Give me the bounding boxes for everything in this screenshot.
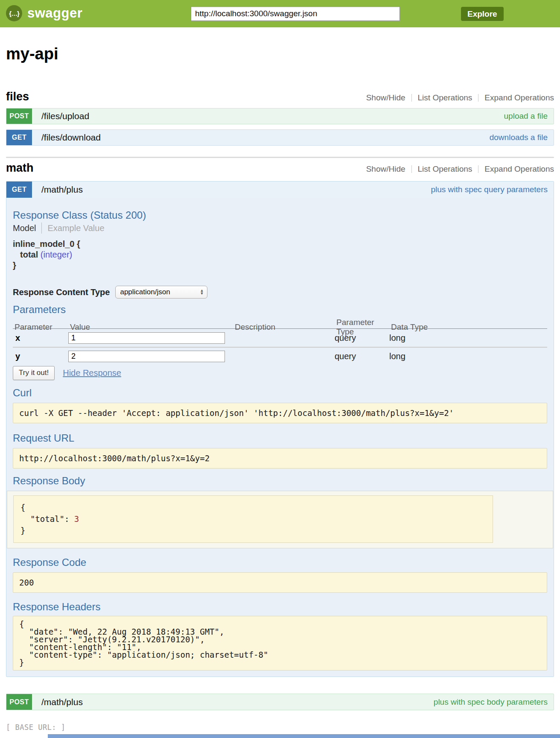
property-name: total xyxy=(20,250,38,259)
col-data-type: Data Type xyxy=(389,322,547,332)
section-title-files: files xyxy=(6,91,29,102)
response-headers-heading: Response Headers xyxy=(13,602,547,612)
list-operations-link[interactable]: List Operations xyxy=(418,164,472,174)
param-type: query xyxy=(335,333,389,343)
model-close-brace: } xyxy=(13,260,547,271)
api-title: my-api xyxy=(6,45,554,62)
expand-operations-link[interactable]: Expand Operations xyxy=(484,93,554,102)
response-body-heading: Response Body xyxy=(13,476,547,486)
section-title-math: math xyxy=(6,162,34,174)
parameter-row-y: y query long xyxy=(13,347,547,365)
model-signature: inline_model_0 { total (integer) } xyxy=(13,239,547,271)
brand-title: swagger xyxy=(27,6,82,21)
param-type: query xyxy=(335,351,389,361)
operation-path[interactable]: /files/download xyxy=(41,132,101,143)
try-it-out-button[interactable]: Try it out! xyxy=(13,366,55,380)
response-code-heading: Response Code xyxy=(13,558,547,567)
tab-example-value[interactable]: Example Value xyxy=(47,223,104,233)
section-divider xyxy=(6,157,554,158)
method-badge-get: GET xyxy=(6,182,32,198)
parameters-heading: Parameters xyxy=(13,305,547,314)
operation-path[interactable]: /math/plus xyxy=(41,697,83,707)
col-value: Value xyxy=(68,322,233,332)
json-open-brace: { xyxy=(20,503,25,512)
hide-response-link[interactable]: Hide Response xyxy=(63,368,121,378)
param-name: x xyxy=(13,333,68,343)
json-number-value: 3 xyxy=(74,514,79,524)
param-y-input[interactable] xyxy=(68,351,225,362)
separator xyxy=(478,94,478,102)
separator xyxy=(411,94,412,102)
explore-button[interactable]: Explore xyxy=(461,7,504,21)
col-description: Description xyxy=(233,322,335,332)
operation-summary[interactable]: upload a file xyxy=(504,111,548,121)
swagger-logo[interactable]: {…} swagger xyxy=(6,5,82,21)
response-content-type-label: Response Content Type xyxy=(13,287,110,297)
response-content-type-select[interactable]: application/json ▲▼ xyxy=(115,286,207,299)
separator xyxy=(411,165,412,173)
operation-row-get-math-plus[interactable]: GET /math/plus plus with spec query para… xyxy=(6,182,554,198)
parameters-table-header: Parameter Value Description Parameter Ty… xyxy=(13,318,547,329)
bottom-selection-bar xyxy=(48,734,560,738)
response-class-heading: Response Class (Status 200) xyxy=(13,198,547,221)
col-parameter: Parameter xyxy=(13,322,68,332)
operation-content: Response Class (Status 200) Model Exampl… xyxy=(6,198,554,676)
tab-model[interactable]: Model xyxy=(13,223,36,233)
json-key: "total": xyxy=(20,514,74,524)
files-section-controls: Show/Hide List Operations Expand Operati… xyxy=(366,93,554,102)
response-body-container: { "total": 3 } xyxy=(7,491,553,548)
header: {…} swagger Explore xyxy=(0,0,560,27)
separator xyxy=(41,223,42,234)
operation-summary[interactable]: plus with spec query parameters xyxy=(431,185,548,194)
model-property: total (integer) xyxy=(13,249,547,260)
operation-path[interactable]: /files/upload xyxy=(41,111,89,121)
selected-content-type: application/json xyxy=(120,288,200,296)
operation-summary[interactable]: plus with spec body parameters xyxy=(434,697,548,707)
response-headers-json: { "date": "Wed, 22 Aug 2018 18:49:13 GMT… xyxy=(13,616,547,671)
try-row: Try it out! Hide Response xyxy=(13,366,547,380)
param-data-type: long xyxy=(389,351,547,361)
operation-row-post-math-plus[interactable]: POST /math/plus plus with spec body para… xyxy=(6,694,554,710)
list-operations-link[interactable]: List Operations xyxy=(418,93,472,102)
separator xyxy=(478,165,478,173)
method-badge-post: POST xyxy=(6,108,32,124)
base-url-footer: [ BASE URL: ] xyxy=(6,723,560,732)
response-code-value: 200 xyxy=(13,572,547,593)
operation-path[interactable]: /math/plus xyxy=(41,184,83,195)
response-content-type-row: Response Content Type application/json ▲… xyxy=(13,285,547,299)
swagger-logo-icon: {…} xyxy=(6,5,22,21)
operation-row-get-files-download[interactable]: GET /files/download downloads a file xyxy=(6,129,554,146)
response-body-json: { "total": 3 } xyxy=(13,495,493,543)
model-tabs: Model Example Value xyxy=(13,223,547,234)
method-badge-post: POST xyxy=(6,694,32,710)
spec-url-input[interactable] xyxy=(191,6,400,21)
param-x-input[interactable] xyxy=(68,332,225,344)
show-hide-link[interactable]: Show/Hide xyxy=(366,93,405,102)
expand-operations-link[interactable]: Expand Operations xyxy=(484,164,554,174)
operation-summary[interactable]: downloads a file xyxy=(490,133,548,142)
math-section-controls: Show/Hide List Operations Expand Operati… xyxy=(366,164,554,174)
arrow-down-icon: ▼ xyxy=(200,292,204,295)
param-name: y xyxy=(13,351,68,361)
property-type: (integer) xyxy=(41,250,72,259)
curl-heading: Curl xyxy=(13,388,547,398)
method-badge-get: GET xyxy=(6,130,32,145)
show-hide-link[interactable]: Show/Hide xyxy=(366,164,405,174)
model-name: inline_model_0 { xyxy=(13,239,547,249)
request-url-heading: Request URL xyxy=(13,433,547,443)
select-arrows-icon: ▲▼ xyxy=(200,289,204,295)
operation-expanded-get-math-plus: GET /math/plus plus with spec query para… xyxy=(6,181,554,677)
json-close-brace: } xyxy=(20,526,25,535)
param-data-type: long xyxy=(389,333,547,343)
files-section-header: files Show/Hide List Operations Expand O… xyxy=(6,91,554,102)
curl-command: curl -X GET --header 'Accept: applicatio… xyxy=(13,403,547,423)
operation-row-post-files-upload[interactable]: POST /files/upload upload a file xyxy=(6,108,554,124)
math-section-header: math Show/Hide List Operations Expand Op… xyxy=(6,162,554,174)
request-url-value: http://localhost:3000/math/plus?x=1&y=2 xyxy=(13,448,547,469)
